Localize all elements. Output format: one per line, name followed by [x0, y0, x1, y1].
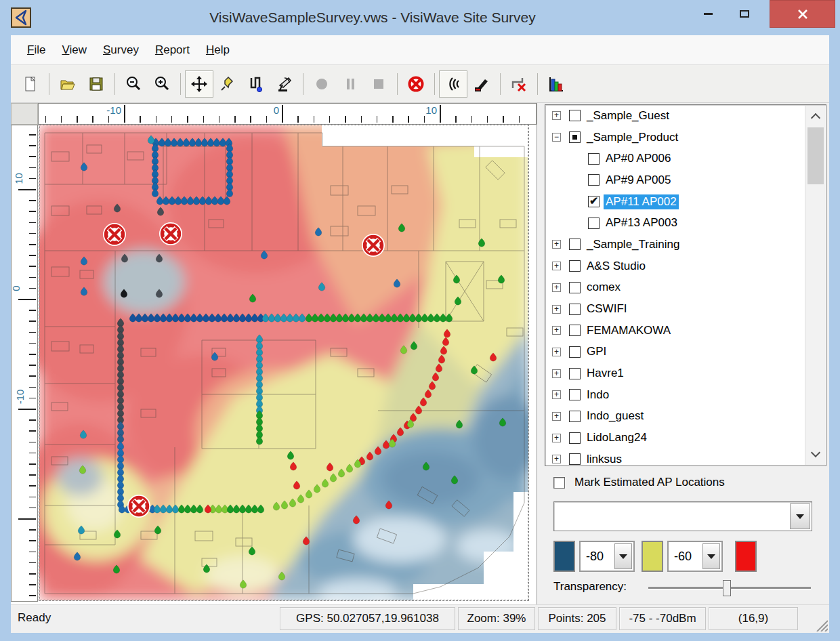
expand-icon[interactable]: +	[552, 326, 561, 335]
record-button[interactable]	[308, 70, 336, 98]
tree-item[interactable]: +Indo_guest	[545, 406, 826, 428]
menu-survey[interactable]: Survey	[95, 41, 147, 60]
expand-icon[interactable]: +	[552, 111, 561, 120]
tree-item-label[interactable]: AP#9 AP005	[604, 173, 673, 188]
zoom-out-button[interactable]	[119, 70, 148, 98]
tree-item-label[interactable]: _Sample_Training	[585, 237, 681, 252]
tree-item-label[interactable]: comex	[585, 280, 623, 295]
statistics-chart-button[interactable]	[542, 70, 570, 98]
tree-checkbox-unchecked[interactable]	[569, 260, 581, 272]
tree-item-label[interactable]: LidoLang24	[585, 430, 649, 445]
scroll-up-button[interactable]	[805, 106, 826, 126]
expand-icon[interactable]: +	[552, 369, 561, 378]
scroll-down-button[interactable]	[805, 444, 826, 465]
route-tool-button[interactable]	[242, 70, 270, 98]
tree-item-label[interactable]: Indo	[585, 388, 611, 402]
maximize-button[interactable]	[729, 0, 760, 27]
high-signal-color-swatch[interactable]	[735, 541, 757, 572]
tree-item-label[interactable]: A&S Studio	[585, 259, 648, 274]
save-survey-button[interactable]	[82, 70, 110, 98]
low-threshold-button[interactable]	[614, 543, 632, 569]
transparency-slider-thumb[interactable]	[723, 580, 731, 596]
new-survey-button[interactable]	[16, 70, 45, 98]
expand-icon[interactable]: +	[552, 283, 561, 292]
tree-checkbox-unchecked[interactable]	[569, 239, 581, 250]
tree-checkbox-unchecked[interactable]	[569, 325, 581, 336]
tree-item[interactable]: +LidoLang24	[545, 427, 826, 449]
access-point-tree[interactable]: +_Sample_Guest−_Sample_ProductAP#0 AP006…	[545, 104, 826, 466]
tree-item-label[interactable]: GPI	[585, 344, 608, 359]
open-survey-button[interactable]	[54, 70, 82, 98]
tree-item-label[interactable]: Indo_guest	[585, 409, 646, 423]
ap-location-combobox[interactable]	[553, 501, 812, 531]
minimize-button[interactable]	[692, 0, 723, 27]
signal-pen-button[interactable]	[467, 70, 496, 98]
tree-checkbox-unchecked[interactable]	[569, 411, 581, 422]
ap-marker-icon[interactable]	[362, 234, 385, 257]
tree-item[interactable]: AP#13 AP003	[545, 212, 826, 234]
tree-checkbox-unchecked[interactable]	[588, 174, 600, 186]
tree-item[interactable]: AP#9 AP005	[545, 169, 826, 191]
low-signal-color-swatch[interactable]	[553, 541, 575, 572]
mark-ap-checkbox[interactable]	[553, 477, 565, 489]
tree-item[interactable]: +Indo	[545, 384, 826, 406]
ap-marker-icon[interactable]	[159, 222, 182, 245]
tree-checkbox-unchecked[interactable]	[569, 304, 581, 315]
high-threshold-combobox[interactable]: -60	[667, 541, 723, 572]
transparency-slider-track[interactable]	[648, 587, 811, 590]
menu-help[interactable]: Help	[198, 41, 238, 60]
menu-report[interactable]: Report	[147, 41, 198, 60]
mid-signal-color-swatch[interactable]	[642, 541, 663, 572]
survey-heatmap[interactable]	[39, 125, 528, 600]
expand-icon[interactable]: +	[552, 455, 561, 463]
menu-view[interactable]: View	[54, 41, 95, 60]
tree-item-label[interactable]: AP#0 AP006	[604, 151, 673, 166]
delete-point-button[interactable]	[402, 70, 430, 98]
pause-button[interactable]	[336, 70, 364, 98]
expand-icon[interactable]: +	[552, 434, 561, 442]
menu-file[interactable]: File	[19, 41, 54, 60]
tree-item-label[interactable]: linksus	[585, 452, 624, 466]
tree-item[interactable]: +linksus	[545, 449, 826, 466]
tree-item-label[interactable]: CSWIFI	[585, 302, 629, 316]
tree-checkbox-partial[interactable]	[569, 131, 581, 143]
tree-checkbox-unchecked[interactable]	[569, 368, 581, 379]
tree-checkbox-unchecked[interactable]	[569, 282, 581, 293]
zoom-in-button[interactable]	[148, 70, 176, 98]
tree-item[interactable]: +A&S Studio	[545, 255, 826, 277]
tree-item-label[interactable]: _Sample_Guest	[585, 108, 671, 123]
signal-waves-button[interactable]	[439, 70, 467, 98]
tree-item-label[interactable]: Havre1	[585, 366, 626, 381]
expand-icon[interactable]: +	[552, 390, 561, 399]
gps-tool-button[interactable]	[270, 70, 299, 98]
tree-item-label[interactable]: _Sample_Product	[585, 130, 680, 145]
tree-item-label[interactable]: AP#13 AP003	[604, 215, 679, 230]
pin-location-button[interactable]	[213, 70, 242, 98]
ap-location-combobox-button[interactable]	[790, 503, 810, 529]
tree-checkbox-unchecked[interactable]	[569, 432, 581, 444]
expand-icon[interactable]: +	[552, 262, 561, 270]
stop-button[interactable]	[364, 70, 393, 98]
ap-marker-icon[interactable]	[127, 495, 150, 518]
expand-icon[interactable]: +	[552, 305, 561, 314]
clear-path-button[interactable]	[505, 70, 533, 98]
collapse-icon[interactable]: −	[552, 133, 561, 142]
tree-checkbox-unchecked[interactable]	[569, 389, 581, 400]
tree-checkbox-unchecked[interactable]	[588, 218, 600, 229]
expand-icon[interactable]: +	[552, 412, 561, 421]
resize-grip[interactable]	[813, 617, 828, 632]
high-threshold-button[interactable]	[702, 543, 720, 569]
expand-icon[interactable]: +	[552, 348, 561, 356]
tree-checkbox-unchecked[interactable]	[569, 110, 581, 121]
close-button[interactable]	[770, 0, 835, 28]
tree-item[interactable]: +GPI	[545, 342, 826, 363]
low-threshold-combobox[interactable]: -80	[579, 541, 635, 572]
tree-checkbox-unchecked[interactable]	[569, 453, 581, 465]
tree-item[interactable]: +comex	[545, 277, 826, 299]
ap-marker-icon[interactable]	[103, 223, 126, 246]
pan-tool-button[interactable]	[185, 70, 213, 98]
tree-item[interactable]: +_Sample_Training	[545, 234, 826, 255]
tree-checkbox-checked[interactable]: ✔	[588, 196, 600, 207]
tree-checkbox-unchecked[interactable]	[569, 346, 581, 358]
tree-item[interactable]: +CSWIFI	[545, 298, 826, 320]
